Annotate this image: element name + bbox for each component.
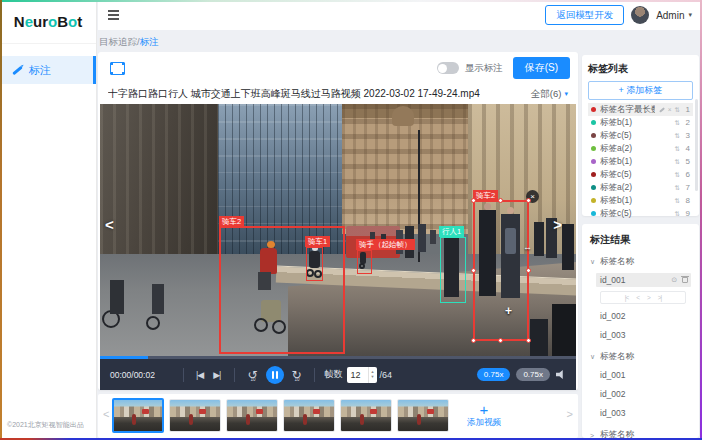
label-actions: ×⇅ bbox=[659, 106, 680, 114]
pager-next-icon[interactable]: > bbox=[647, 294, 650, 301]
app-window: NeuroBot 标注 ©2021北京矩视智能出品 返回模型开发 Admin ▾… bbox=[0, 0, 702, 440]
annotation-box[interactable]: 骑手（起始帧） bbox=[357, 250, 372, 274]
label-list-item[interactable]: 标签c(5) ⇅ 9 bbox=[588, 207, 693, 220]
speed-button-primary[interactable]: 0.75x bbox=[477, 368, 511, 381]
resize-handle[interactable] bbox=[498, 198, 503, 203]
show-annotation-toggle[interactable] bbox=[437, 62, 459, 74]
step-down-icon[interactable]: ▼ bbox=[371, 375, 375, 380]
annotation-box[interactable]: 行人1 bbox=[440, 237, 466, 303]
result-item-label: id_001 bbox=[600, 275, 626, 285]
label-color-dot bbox=[591, 107, 596, 112]
next-video-icon[interactable]: > bbox=[553, 216, 562, 233]
resize-handle[interactable] bbox=[526, 338, 531, 343]
delete-icon[interactable]: × bbox=[668, 106, 672, 113]
prev-video-icon[interactable]: < bbox=[105, 216, 114, 233]
scene-pedestrian bbox=[430, 230, 436, 244]
filter-dropdown[interactable]: 全部(6) ▾ bbox=[531, 88, 568, 101]
avatar[interactable] bbox=[631, 6, 649, 24]
sort-icon[interactable]: ⇅ bbox=[675, 158, 680, 166]
sidebar-item-annotate[interactable]: 标注 bbox=[0, 56, 96, 84]
rewind-10-button[interactable]: ↺10 bbox=[247, 369, 257, 381]
result-item[interactable]: id_002 bbox=[600, 387, 691, 401]
results-panel-title: 标注结果 bbox=[590, 233, 691, 247]
result-group-name: 标签名称 bbox=[600, 351, 634, 363]
edit-icon[interactable] bbox=[659, 107, 665, 112]
label-list-item[interactable]: 标签c(5) ⇅ 3 bbox=[588, 129, 693, 142]
thumbs-prev-icon[interactable]: < bbox=[103, 408, 109, 420]
scrollbar[interactable] bbox=[695, 99, 698, 191]
next-frame-button[interactable]: ▶| bbox=[213, 370, 220, 380]
result-item[interactable]: id_003 bbox=[600, 406, 691, 420]
sort-icon[interactable]: ⇅ bbox=[675, 106, 680, 114]
sidebar: NeuroBot 标注 ©2021北京矩视智能出品 bbox=[0, 0, 97, 440]
resize-handle[interactable] bbox=[526, 198, 531, 203]
pager-prev-icon[interactable]: < bbox=[636, 294, 639, 301]
frame-number-input[interactable]: 12 ▲▼ bbox=[347, 367, 377, 383]
logo-text: o bbox=[68, 13, 77, 30]
resize-handle[interactable] bbox=[471, 198, 476, 203]
label-list-item[interactable]: 标签a(2) ⇅ 4 bbox=[588, 142, 693, 155]
sort-icon[interactable]: ⇅ bbox=[675, 210, 680, 218]
label-color-dot bbox=[591, 120, 596, 125]
video-thumbnail[interactable] bbox=[340, 399, 392, 432]
result-group-header[interactable]: > 标签名称 bbox=[590, 429, 691, 440]
sort-icon[interactable]: ⇅ bbox=[675, 171, 680, 179]
breadcrumb-root[interactable]: 目标追踪 bbox=[99, 36, 137, 47]
video-thumbnail[interactable] bbox=[169, 399, 221, 432]
video-thumbnail[interactable] bbox=[397, 399, 449, 432]
volume-icon[interactable] bbox=[556, 370, 565, 380]
thumbs-next-icon[interactable]: > bbox=[567, 408, 573, 420]
result-item-selected[interactable]: id_001 ⊙ bbox=[596, 273, 691, 287]
label-list-item[interactable]: 标签b(1) ⇅ 8 bbox=[588, 194, 693, 207]
user-name[interactable]: Admin bbox=[656, 10, 684, 21]
pager-last-icon[interactable]: >| bbox=[658, 294, 661, 301]
label-order: 5 bbox=[684, 157, 690, 166]
frame-stepper[interactable]: ▲▼ bbox=[368, 367, 377, 383]
speed-button-secondary[interactable]: 0.75x bbox=[516, 368, 550, 381]
logo-text: o bbox=[48, 13, 57, 30]
label-list-item[interactable]: 标签a(2) ⇅ 7 bbox=[588, 181, 693, 194]
label-list-item[interactable]: 标签c(5) ⇅ 6 bbox=[588, 168, 693, 181]
add-label-button[interactable]: + 添加标签 bbox=[588, 81, 693, 100]
back-to-model-dev-button[interactable]: 返回模型开发 bbox=[545, 5, 624, 25]
chevron-down-icon[interactable]: ▾ bbox=[688, 11, 692, 19]
sort-icon[interactable]: ⇅ bbox=[675, 197, 680, 205]
pager-first-icon[interactable]: |< bbox=[625, 294, 628, 301]
player-controls: 00:00/00:02 |◀ ▶| ↺10 ↻10 帧数 12 ▲▼ /64 0… bbox=[100, 359, 576, 390]
sort-icon[interactable]: ⇅ bbox=[675, 132, 680, 140]
resize-handle[interactable] bbox=[471, 268, 476, 273]
label-list-item[interactable]: 标签b(1) ⇅ 5 bbox=[588, 155, 693, 168]
annotation-box-selected[interactable]: 骑车2 × + ↔ bbox=[473, 200, 529, 341]
label-list-item[interactable]: 标签名字最长数... ×⇅ 1 bbox=[588, 103, 693, 116]
annotation-box-label: 骑车2 bbox=[473, 190, 498, 201]
result-item[interactable]: id_002 bbox=[600, 309, 691, 323]
delete-icon[interactable] bbox=[682, 277, 688, 283]
prev-frame-button[interactable]: |◀ bbox=[196, 370, 203, 380]
resize-handle[interactable] bbox=[498, 338, 503, 343]
locate-icon[interactable]: ⊙ bbox=[671, 276, 677, 284]
result-group-header[interactable]: ∨ 标签名称 bbox=[590, 256, 691, 268]
result-item[interactable]: id_003 bbox=[600, 328, 691, 342]
save-button[interactable]: 保存(S) bbox=[513, 57, 570, 79]
result-item[interactable]: id_001 bbox=[600, 368, 691, 382]
add-video-button[interactable]: + 添加视频 bbox=[456, 398, 512, 434]
label-list-item[interactable]: 标签b(1) ⇅ 2 bbox=[588, 116, 693, 129]
annotation-box[interactable]: 骑车1 bbox=[306, 247, 323, 281]
resize-handle[interactable] bbox=[526, 268, 531, 273]
video-thumbnail[interactable] bbox=[283, 399, 335, 432]
forward-10-button[interactable]: ↻10 bbox=[292, 369, 302, 381]
sort-icon[interactable]: ⇅ bbox=[675, 119, 680, 127]
resize-handle[interactable] bbox=[471, 338, 476, 343]
result-group-header[interactable]: ∨ 标签名称 bbox=[590, 351, 691, 363]
bbox-tool-icon[interactable] bbox=[110, 62, 125, 75]
label-color-dot bbox=[591, 159, 596, 164]
video-thumbnail[interactable] bbox=[226, 399, 278, 432]
label-color-dot bbox=[591, 211, 596, 216]
pause-button[interactable] bbox=[266, 366, 284, 384]
video-canvas[interactable]: < > 骑车2 骑车1 骑手（起始帧） 行人1 骑车2 bbox=[100, 104, 576, 356]
sort-icon[interactable]: ⇅ bbox=[675, 184, 680, 192]
sort-icon[interactable]: ⇅ bbox=[675, 145, 680, 153]
video-thumbnail-selected[interactable] bbox=[112, 398, 164, 433]
breadcrumb-current[interactable]: 标注 bbox=[140, 36, 159, 47]
menu-collapse-icon[interactable] bbox=[105, 7, 122, 23]
